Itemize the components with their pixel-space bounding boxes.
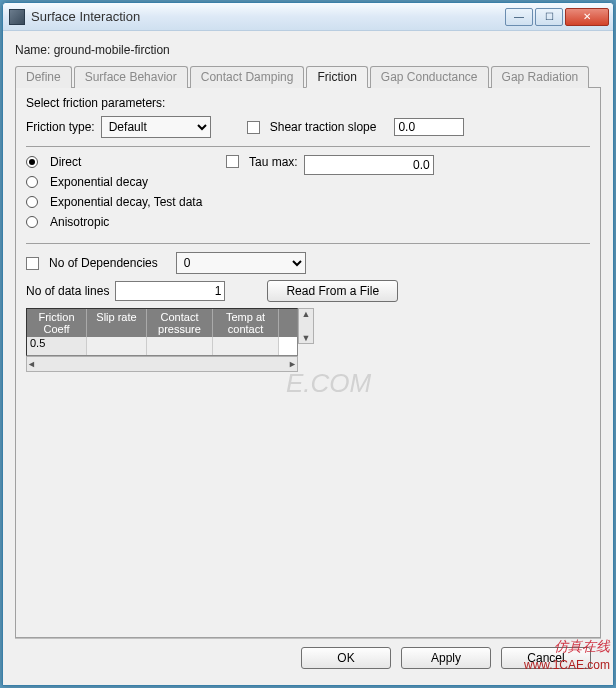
scroll-up-icon[interactable]: ▲: [302, 309, 311, 319]
dialog-content: Name: ground-mobile-firction Define Surf…: [3, 31, 613, 685]
data-table-wrap: Friction Coeff Slip rate Contact pressur…: [26, 308, 590, 372]
radio-exp-decay-label: Exponential decay: [50, 175, 148, 189]
friction-type-select[interactable]: Default: [101, 116, 211, 138]
tab-contact-damping[interactable]: Contact Damping: [190, 66, 305, 88]
dialog-button-row: OK Apply Cancel: [15, 638, 601, 677]
ok-button[interactable]: OK: [301, 647, 391, 669]
app-icon: [9, 9, 25, 25]
tab-gap-radiation[interactable]: Gap Radiation: [491, 66, 590, 88]
watermark-url: www.1CAE.com: [524, 658, 610, 672]
maximize-button[interactable]: ☐: [535, 8, 563, 26]
no-of-lines-label: No of data lines: [26, 284, 109, 298]
radio-exp-decay-test-label: Exponential decay, Test data: [50, 195, 202, 209]
col-friction-coeff: Friction Coeff: [27, 309, 87, 337]
tau-max-input[interactable]: [304, 155, 434, 175]
tab-surface-behavior[interactable]: Surface Behavior: [74, 66, 188, 88]
titlebar[interactable]: Surface Interaction — ☐ ✕: [3, 3, 613, 31]
tau-max-checkbox[interactable]: [226, 155, 239, 168]
cell-friction-coeff[interactable]: 0.5: [27, 337, 87, 355]
table-row[interactable]: 0.5: [27, 337, 297, 355]
friction-header: Select friction parameters:: [26, 96, 590, 110]
data-table[interactable]: Friction Coeff Slip rate Contact pressur…: [26, 308, 298, 356]
no-of-deps-checkbox[interactable]: [26, 257, 39, 270]
scroll-down-icon[interactable]: ▼: [302, 333, 311, 343]
tau-max-label: Tau max:: [249, 155, 298, 169]
col-slip-rate: Slip rate: [87, 309, 147, 337]
col-contact-pressure: Contact pressure: [147, 309, 213, 337]
radio-direct[interactable]: [26, 156, 38, 168]
table-vscroll[interactable]: ▲ ▼: [298, 308, 314, 344]
close-button[interactable]: ✕: [565, 8, 609, 26]
divider-2: [26, 243, 590, 244]
table-hscroll[interactable]: ◄ ►: [26, 356, 298, 372]
divider: [26, 146, 590, 147]
name-label: Name:: [15, 43, 50, 57]
col-temp-at-contact: Temp at contact: [213, 309, 279, 337]
shear-traction-label: Shear traction slope: [270, 120, 377, 134]
radio-anisotropic-label: Anisotropic: [50, 215, 109, 229]
radio-exp-decay[interactable]: [26, 176, 38, 188]
surface-interaction-window: Surface Interaction — ☐ ✕ Name: ground-m…: [2, 2, 614, 686]
scroll-left-icon[interactable]: ◄: [27, 359, 36, 369]
scroll-right-icon[interactable]: ►: [288, 359, 297, 369]
table-header: Friction Coeff Slip rate Contact pressur…: [27, 309, 297, 337]
shear-traction-input[interactable]: [394, 118, 464, 136]
name-value: ground-mobile-firction: [54, 43, 170, 57]
read-from-file-button[interactable]: Read From a File: [267, 280, 398, 302]
cell-slip-rate[interactable]: [87, 337, 147, 355]
apply-button[interactable]: Apply: [401, 647, 491, 669]
tab-body-friction: E.COM Select friction parameters: Fricti…: [15, 88, 601, 638]
name-row: Name: ground-mobile-firction: [15, 43, 601, 57]
no-of-deps-label: No of Dependencies: [49, 256, 158, 270]
cell-contact-pressure[interactable]: [147, 337, 213, 355]
tab-friction[interactable]: Friction: [306, 66, 367, 88]
tab-bar: Define Surface Behavior Contact Damping …: [15, 65, 601, 88]
tab-gap-conductance[interactable]: Gap Conductance: [370, 66, 489, 88]
no-of-lines-input[interactable]: [115, 281, 225, 301]
radio-direct-label: Direct: [50, 155, 81, 169]
radio-exp-decay-test[interactable]: [26, 196, 38, 208]
window-title: Surface Interaction: [31, 9, 505, 24]
no-of-deps-select[interactable]: 0: [176, 252, 306, 274]
friction-type-label: Friction type:: [26, 120, 95, 134]
shear-traction-checkbox[interactable]: [247, 121, 260, 134]
tab-define[interactable]: Define: [15, 66, 72, 88]
minimize-button[interactable]: —: [505, 8, 533, 26]
cell-temp-at-contact[interactable]: [213, 337, 279, 355]
watermark-ghost: E.COM: [286, 368, 371, 399]
radio-anisotropic[interactable]: [26, 216, 38, 228]
